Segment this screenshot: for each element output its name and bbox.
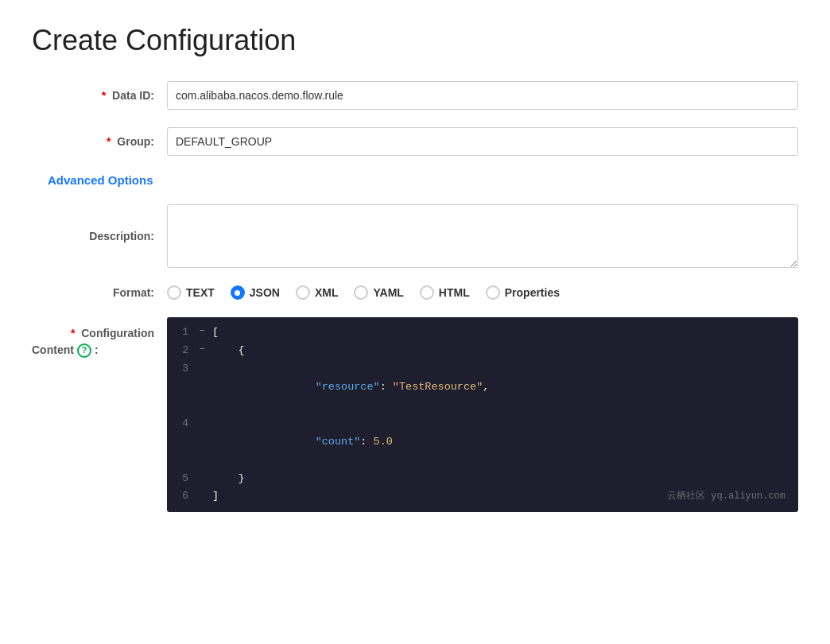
code-line-1: 1 − [: [167, 324, 798, 342]
format-yaml[interactable]: YAML: [354, 285, 403, 300]
description-row: Description:: [32, 204, 798, 268]
data-id-label: * Data ID:: [32, 89, 167, 102]
config-content-row: * Configuration Content ? : 1 − [ 2 − { …: [32, 317, 798, 512]
format-text-label: TEXT: [186, 286, 215, 299]
data-id-row: * Data ID:: [32, 81, 798, 110]
required-star-data-id: *: [102, 89, 106, 102]
code-content-2: {: [212, 342, 245, 360]
line-number-1: 1: [167, 324, 195, 341]
watermark: 云栖社区 yq.aliyun.com: [667, 488, 785, 504]
config-label-line2: Content ? :: [32, 342, 154, 359]
format-yaml-label: YAML: [373, 286, 403, 299]
code-content-3: "resource": "TestResource",: [212, 360, 489, 415]
fold-btn-5: [195, 470, 209, 485]
radio-json-circle: [231, 285, 245, 300]
fold-btn-2[interactable]: −: [195, 342, 209, 357]
data-id-input[interactable]: [167, 81, 798, 110]
code-line-3: 3 "resource": "TestResource",: [167, 360, 798, 415]
page-title: Create Configuration: [32, 24, 798, 57]
description-input[interactable]: [167, 204, 798, 268]
line-number-2: 2: [167, 342, 195, 359]
code-line-4: 4 "count": 5.0: [167, 415, 798, 470]
config-content-label: * Configuration Content ? :: [32, 317, 167, 359]
format-text[interactable]: TEXT: [167, 285, 215, 300]
format-properties-label: Properties: [505, 286, 560, 299]
code-line-2: 2 − {: [167, 342, 798, 360]
radio-html-circle: [420, 285, 434, 300]
format-row: Format: TEXT JSON XML YAML HTML Properti…: [32, 285, 798, 300]
line-number-3: 3: [167, 360, 195, 378]
group-input[interactable]: [167, 127, 798, 156]
format-options: TEXT JSON XML YAML HTML Properties: [167, 285, 560, 300]
line-number-6: 6: [167, 487, 195, 505]
radio-text-circle: [167, 285, 181, 300]
fold-btn-4: [195, 415, 209, 430]
code-editor[interactable]: 1 − [ 2 − { 3 "resource": "TestResource"…: [167, 317, 798, 512]
radio-properties-circle: [486, 285, 500, 300]
format-properties[interactable]: Properties: [486, 285, 560, 300]
fold-btn-6: [195, 487, 209, 502]
format-json-label: JSON: [250, 286, 280, 299]
format-json[interactable]: JSON: [231, 285, 280, 300]
format-html[interactable]: HTML: [420, 285, 470, 300]
format-html-label: HTML: [439, 286, 470, 299]
code-content-6: ]: [212, 487, 219, 506]
format-xml-label: XML: [315, 286, 339, 299]
code-line-5: 5 }: [167, 470, 798, 488]
format-label: Format:: [32, 286, 167, 299]
help-icon[interactable]: ?: [77, 343, 91, 358]
format-xml[interactable]: XML: [296, 285, 339, 300]
fold-btn-3: [195, 360, 209, 375]
fold-btn-1[interactable]: −: [195, 324, 209, 339]
group-label: * Group:: [32, 135, 167, 148]
advanced-options-link[interactable]: Advanced Options: [48, 173, 153, 187]
line-number-5: 5: [167, 470, 195, 487]
required-star-group: *: [107, 135, 111, 148]
line-number-4: 4: [167, 415, 195, 433]
config-label-line1: * Configuration: [32, 325, 154, 342]
code-content-5: }: [212, 470, 245, 488]
code-content-1: [: [212, 324, 219, 342]
code-content-4: "count": 5.0: [212, 415, 393, 470]
radio-xml-circle: [296, 285, 310, 300]
description-label: Description:: [32, 230, 167, 242]
radio-yaml-circle: [354, 285, 368, 300]
group-row: * Group:: [32, 127, 798, 156]
